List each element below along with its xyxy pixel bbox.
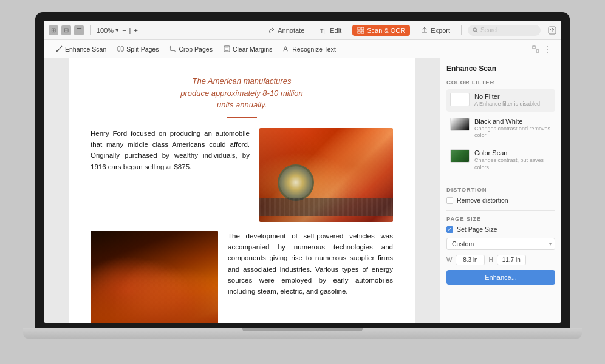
view-icons: ⊞ ⊟ ☰ bbox=[49, 25, 84, 35]
set-page-size-checkbox[interactable]: ✓ bbox=[446, 226, 453, 233]
height-label: H bbox=[488, 257, 493, 263]
macbook-base bbox=[23, 328, 582, 339]
svg-rect-13 bbox=[536, 50, 539, 52]
export-icon bbox=[421, 27, 428, 34]
screen-bezel: ⊞ ⊟ ☰ 100% ▾ − | + Annotate bbox=[35, 12, 570, 328]
search-box[interactable]: Search bbox=[468, 25, 541, 36]
clear-margins-btn[interactable]: Clear Margins bbox=[219, 44, 277, 55]
sep-2 bbox=[461, 25, 462, 35]
color-scan-option[interactable]: Color Scan Changes contrast, but saves c… bbox=[446, 146, 555, 175]
sep-1 bbox=[90, 25, 91, 35]
zoom-level: 100% bbox=[97, 27, 114, 34]
svg-text:T|: T| bbox=[320, 28, 325, 34]
zoom-minus[interactable]: − bbox=[121, 27, 127, 34]
edit-icon: T| bbox=[320, 27, 327, 34]
recognize-text-btn[interactable]: Recognize Text bbox=[278, 44, 341, 55]
para2: The development of self-powered vehicles… bbox=[228, 231, 393, 297]
svg-rect-12 bbox=[533, 46, 535, 49]
clear-margins-label: Clear Margins bbox=[233, 46, 272, 53]
bw-filter-desc: Changes contrast and removes color bbox=[474, 126, 552, 140]
no-filter-desc: A Enhance filter is disabled bbox=[474, 101, 552, 108]
enhance-scan-label: Enhance Scan bbox=[65, 46, 106, 53]
recognize-text-label: Recognize Text bbox=[292, 46, 336, 53]
document-page: The American manufacturesproduce approxi… bbox=[69, 58, 415, 323]
search-icon bbox=[473, 27, 478, 33]
remove-distortion-checkbox[interactable] bbox=[446, 197, 453, 204]
split-pages-btn[interactable]: Split Pages bbox=[112, 44, 163, 55]
export-button[interactable]: Export bbox=[416, 25, 455, 36]
svg-rect-2 bbox=[361, 27, 364, 30]
grid-icon-2[interactable]: ⊟ bbox=[61, 25, 71, 35]
share-icon[interactable] bbox=[548, 26, 556, 35]
second-text-col: The development of self-powered vehicles… bbox=[228, 231, 393, 323]
crop-pages-label: Crop Pages bbox=[179, 46, 212, 53]
no-filter-thumb bbox=[450, 93, 470, 106]
split-pages-icon bbox=[117, 46, 124, 52]
color-scan-desc: Changes contrast, but saves colors bbox=[474, 157, 552, 171]
annotate-button[interactable]: Annotate bbox=[263, 25, 309, 36]
edit-button[interactable]: T| Edit bbox=[315, 25, 346, 36]
crop-pages-icon bbox=[169, 46, 176, 52]
right-panel: Enhance Scan COLOR FILTER No Filter A En… bbox=[440, 58, 561, 323]
width-input[interactable]: 8.3 in bbox=[456, 255, 485, 265]
enhance-scan-icon bbox=[56, 46, 63, 52]
remove-distortion-label: Remove distortion bbox=[457, 197, 508, 204]
annotate-label: Annotate bbox=[278, 27, 304, 34]
scan-icon bbox=[357, 27, 364, 34]
set-page-size-row[interactable]: ✓ Set Page Size bbox=[446, 226, 555, 233]
zoom-sep: | bbox=[129, 27, 131, 34]
main-toolbar: ⊞ ⊟ ☰ 100% ▾ − | + Annotate bbox=[44, 21, 561, 40]
enhance-button[interactable]: Enhance... bbox=[446, 270, 555, 285]
first-section: Henry Ford focused on producing an autom… bbox=[91, 128, 393, 222]
bw-filter-info: Black and White Changes contrast and rem… bbox=[474, 118, 552, 140]
enhance-scan-btn[interactable]: Enhance Scan bbox=[51, 44, 111, 55]
split-pages-label: Split Pages bbox=[126, 46, 159, 53]
panel-title: Enhance Scan bbox=[446, 64, 555, 73]
svg-point-5 bbox=[473, 28, 476, 31]
clear-margins-icon bbox=[224, 46, 230, 52]
car-headlight bbox=[278, 164, 314, 201]
width-label: W bbox=[446, 257, 452, 263]
grid-icon-3[interactable]: ☰ bbox=[74, 25, 84, 35]
color-scan-info: Color Scan Changes contrast, but saves c… bbox=[474, 149, 552, 171]
screen: ⊞ ⊟ ☰ 100% ▾ − | + Annotate bbox=[44, 21, 561, 323]
svg-line-6 bbox=[476, 31, 478, 33]
color-scan-thumb bbox=[450, 149, 470, 163]
car-image-col bbox=[259, 128, 393, 222]
grid-icon-1[interactable]: ⊞ bbox=[49, 25, 58, 35]
fire-image bbox=[91, 231, 218, 323]
svg-rect-10 bbox=[121, 47, 124, 51]
page-size-select[interactable]: Custom bbox=[446, 238, 555, 250]
scan-ocr-button[interactable]: Scan & OCR bbox=[352, 25, 410, 36]
svg-point-8 bbox=[56, 50, 58, 52]
height-input[interactable]: 11.7 in bbox=[497, 255, 526, 265]
bw-filter-option[interactable]: Black and White Changes contrast and rem… bbox=[446, 114, 555, 143]
macbook-shell: ⊞ ⊟ ☰ 100% ▾ − | + Annotate bbox=[23, 12, 582, 352]
divider-1 bbox=[446, 181, 555, 181]
secondary-toolbar: Enhance Scan Split Pages Crop Pages Clea… bbox=[44, 40, 561, 58]
car-grill bbox=[259, 198, 393, 216]
more-options[interactable]: ⋮ bbox=[541, 44, 554, 54]
scan-ocr-label: Scan & OCR bbox=[367, 27, 405, 34]
annotate-icon bbox=[268, 27, 275, 34]
crop-pages-btn[interactable]: Crop Pages bbox=[165, 44, 217, 55]
export-label: Export bbox=[431, 27, 450, 34]
zoom-control: 100% ▾ − | + bbox=[97, 26, 139, 34]
expand-icon[interactable] bbox=[532, 46, 539, 53]
svg-rect-11 bbox=[224, 46, 230, 52]
second-section: The development of self-powered vehicles… bbox=[91, 231, 393, 323]
no-filter-option[interactable]: No Filter A Enhance filter is disabled bbox=[446, 89, 555, 112]
edit-label: Edit bbox=[330, 27, 341, 34]
svg-rect-9 bbox=[118, 47, 120, 51]
svg-rect-4 bbox=[361, 31, 364, 33]
bw-filter-name: Black and White bbox=[474, 118, 552, 125]
remove-distortion-row[interactable]: Remove distortion bbox=[446, 197, 555, 204]
quote-text: The American manufacturesproduce approxi… bbox=[91, 75, 393, 111]
no-filter-name: No Filter bbox=[474, 93, 552, 100]
zoom-plus[interactable]: + bbox=[132, 27, 138, 34]
svg-rect-1 bbox=[358, 27, 360, 30]
quote-divider bbox=[227, 117, 257, 118]
document-area: The American manufacturesproduce approxi… bbox=[44, 58, 440, 323]
set-page-size-label: Set Page Size bbox=[457, 226, 497, 233]
first-text-col: Henry Ford focused on producing an autom… bbox=[91, 128, 250, 222]
